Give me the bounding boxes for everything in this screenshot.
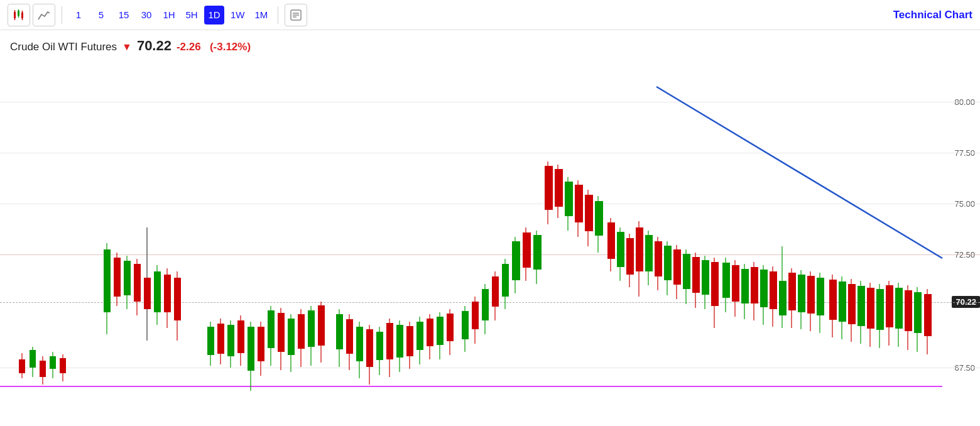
svg-rect-54 (278, 313, 285, 352)
svg-rect-132 (683, 254, 690, 289)
grid-line-7750 (0, 153, 980, 153)
grid-line-6750 (0, 368, 980, 368)
svg-rect-96 (502, 264, 509, 297)
news-button[interactable] (285, 4, 307, 26)
svg-rect-32 (144, 278, 151, 309)
price-change-value: -2.26 (177, 41, 201, 53)
svg-rect-28 (124, 261, 131, 295)
svg-rect-170 (867, 288, 874, 329)
svg-rect-66 (346, 319, 353, 354)
line-chart-button[interactable] (33, 4, 55, 26)
candles-far-right (829, 275, 932, 354)
price-direction-icon: ▼ (122, 41, 132, 53)
candles-middle (336, 309, 454, 385)
svg-rect-126 (655, 241, 662, 276)
svg-rect-76 (396, 325, 403, 358)
svg-rect-34 (154, 271, 161, 312)
svg-rect-48 (248, 327, 254, 371)
svg-rect-118 (617, 232, 624, 267)
svg-rect-174 (886, 285, 893, 327)
svg-rect-176 (895, 288, 903, 329)
svg-rect-58 (298, 314, 305, 349)
svg-rect-140 (722, 263, 730, 298)
svg-rect-172 (876, 289, 884, 330)
svg-rect-128 (664, 246, 672, 280)
svg-rect-88 (462, 311, 469, 339)
svg-rect-102 (533, 235, 542, 270)
svg-rect-154 (788, 273, 796, 310)
svg-rect-182 (924, 294, 932, 336)
svg-rect-120 (626, 238, 634, 275)
timeframe-1m-button[interactable]: 1M (251, 6, 272, 25)
technical-chart-label: Technical Chart (893, 9, 972, 21)
svg-rect-100 (523, 232, 531, 268)
svg-rect-6 (21, 13, 23, 18)
price-value: 70.22 (137, 38, 172, 54)
instrument-name: Crude Oil WTI Futures (10, 41, 117, 53)
trendline (656, 87, 942, 258)
news-icon (290, 9, 302, 21)
candlestick-icon (12, 8, 26, 22)
svg-rect-144 (741, 269, 749, 303)
svg-rect-42 (217, 324, 224, 354)
svg-rect-14 (19, 359, 25, 373)
timeframe-5-button[interactable]: 5 (91, 6, 111, 25)
grid-line-7250 (0, 254, 980, 255)
timeframe-1w-button[interactable]: 1W (227, 6, 249, 25)
timeframe-15-button[interactable]: 15 (114, 6, 134, 25)
svg-rect-70 (366, 329, 373, 367)
timeframe-30-button[interactable]: 30 (136, 6, 156, 25)
price-header: Crude Oil WTI Futures ▼ 70.22 -2.26 (-3.… (0, 30, 980, 58)
svg-rect-62 (318, 305, 325, 346)
candles-left-cluster (104, 227, 181, 341)
svg-rect-142 (732, 265, 739, 302)
grid-line-7500 (0, 204, 980, 204)
svg-rect-166 (848, 284, 856, 324)
svg-rect-36 (164, 275, 171, 312)
svg-rect-80 (416, 322, 423, 350)
dashed-price-line (0, 302, 980, 303)
timeframe-1-button[interactable]: 1 (68, 6, 89, 25)
timeframe-1h-button[interactable]: 1H (159, 6, 179, 25)
svg-rect-46 (237, 320, 244, 353)
svg-rect-74 (386, 323, 393, 359)
svg-rect-84 (437, 317, 444, 345)
svg-rect-50 (258, 327, 264, 361)
svg-rect-108 (565, 182, 573, 216)
svg-rect-122 (636, 227, 643, 271)
timeframe-1d-button[interactable]: 1D (204, 6, 224, 25)
svg-rect-124 (645, 235, 653, 271)
svg-rect-26 (114, 258, 121, 297)
toolbar-divider-2 (278, 6, 278, 24)
toolbar-divider-1 (62, 6, 62, 24)
candles-peak (545, 161, 603, 253)
svg-rect-178 (905, 290, 912, 331)
svg-rect-86 (447, 314, 454, 341)
svg-rect-90 (472, 302, 479, 329)
svg-rect-152 (779, 281, 787, 315)
support-line (0, 386, 942, 387)
svg-rect-82 (427, 319, 433, 346)
svg-rect-68 (356, 327, 363, 361)
svg-rect-52 (268, 310, 275, 348)
svg-rect-180 (914, 292, 922, 333)
svg-rect-16 (30, 350, 36, 368)
candlestick-chart-button[interactable] (8, 4, 30, 26)
svg-rect-92 (482, 289, 489, 320)
grid-line-8000 (0, 102, 980, 102)
chart-area: 80.00 77.50 75.00 72.50 70.22 67.50 (0, 58, 980, 422)
svg-rect-78 (406, 326, 413, 356)
svg-rect-24 (104, 249, 111, 312)
timeframe-5h-button[interactable]: 5H (182, 6, 202, 25)
toolbar: 1 5 15 30 1H 5H 1D 1W 1M Technical Chart (0, 0, 980, 30)
svg-rect-56 (288, 319, 295, 355)
svg-rect-40 (207, 327, 214, 355)
svg-rect-114 (595, 201, 603, 236)
svg-rect-38 (174, 278, 181, 320)
line-chart-icon (37, 8, 51, 22)
candles-rising (462, 227, 542, 352)
price-change-pct: (-3.12%) (210, 41, 251, 53)
svg-rect-134 (692, 257, 700, 293)
candles-post-peak (607, 218, 719, 328)
price-change: -2.26 (-3.12%) (177, 41, 251, 53)
